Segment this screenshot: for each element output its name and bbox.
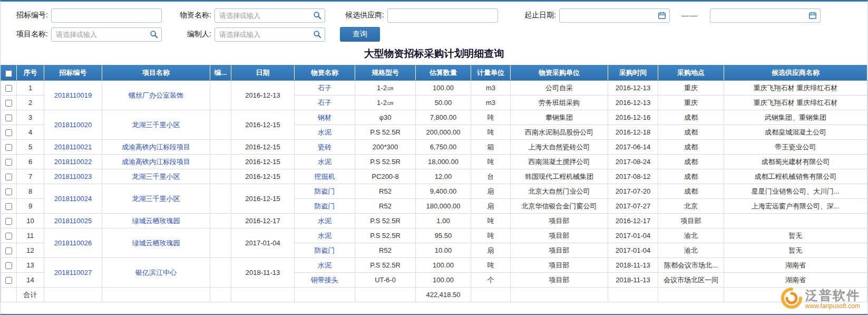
select-all-checkbox[interactable] <box>5 70 12 77</box>
purchase-time-cell: 2017-07-27 <box>608 199 658 214</box>
compiler-cell <box>210 228 231 258</box>
compiler-label: 编制人: <box>178 30 211 39</box>
table-row: 72018110023龙湖三千里小区2016-12-15挖掘机PC200-812… <box>1 169 867 184</box>
material-link[interactable]: 水泥 <box>318 158 331 166</box>
row-checkbox[interactable] <box>5 262 12 269</box>
bid-link[interactable]: 2018110022 <box>54 158 92 166</box>
bid-no-input[interactable] <box>51 8 162 23</box>
row-checkbox[interactable] <box>5 114 12 121</box>
material-link[interactable]: 防盗门 <box>315 187 335 195</box>
bid-link[interactable]: 2018110021 <box>54 143 92 151</box>
supplier-cell: 成都工程机械销售有限公司 <box>724 169 867 184</box>
calendar-icon[interactable] <box>657 10 667 21</box>
material-link[interactable]: 水泥 <box>318 128 331 136</box>
material-link[interactable]: 石子 <box>318 99 331 107</box>
qty-cell: 18,000.00 <box>416 155 471 169</box>
bid-cell: 2018110026 <box>44 228 102 258</box>
bid-link[interactable]: 2018110025 <box>54 217 92 225</box>
project-link[interactable]: 龙湖三千里小区 <box>132 121 180 129</box>
project-name-input[interactable] <box>51 27 162 42</box>
compiler-input[interactable] <box>214 27 325 42</box>
supplier-cell <box>724 214 867 228</box>
row-checkbox[interactable] <box>5 129 12 136</box>
bid-link[interactable]: 2018110027 <box>54 269 92 276</box>
bid-link[interactable]: 2018110020 <box>54 121 92 129</box>
table-row: 102018110025绿城云栖玫瑰园2016-12-17水泥P.S 52.5R… <box>1 214 867 228</box>
project-link[interactable]: 螺丝厂办公室装饰 <box>129 91 183 99</box>
material-link[interactable]: 水泥 <box>318 217 331 225</box>
row-checkbox[interactable] <box>5 277 12 284</box>
project-link[interactable]: 龙湖三千里小区 <box>132 195 180 203</box>
project-link[interactable]: 龙湖三千里小区 <box>132 173 180 180</box>
row-checkbox[interactable] <box>5 174 12 180</box>
material-link[interactable]: 钢材 <box>318 113 331 121</box>
material-link[interactable]: 防盗门 <box>315 246 335 254</box>
unit-cell: 扇 <box>471 184 511 199</box>
project-link[interactable]: 绿城云栖玫瑰园 <box>132 217 180 225</box>
bid-link[interactable]: 2018110019 <box>54 91 92 99</box>
material-name-field: 物资名称: <box>178 8 325 23</box>
date-start-input[interactable] <box>559 8 670 23</box>
unit-cell: 吨 <box>471 110 511 125</box>
page-title: 大型物资招标采购计划明细查询 <box>1 47 867 61</box>
material-link[interactable]: 石子 <box>318 84 331 92</box>
row-checkbox[interactable] <box>5 100 12 107</box>
purchase-time-cell: 2016-12-16 <box>608 110 658 125</box>
search-icon[interactable] <box>312 29 323 40</box>
material-cell: 水泥 <box>295 228 355 243</box>
row-select-cell <box>1 273 17 288</box>
column-header: 招标编号 <box>44 65 102 81</box>
project-link[interactable]: 银亿滨江中心 <box>135 269 177 276</box>
material-link[interactable]: 铜带接头 <box>311 276 338 284</box>
bid-cell: 2018110019 <box>44 81 102 110</box>
project-link[interactable]: 绿城云栖玫瑰园 <box>132 239 180 247</box>
project-link[interactable]: 成渝高铁内江标段项目 <box>122 143 190 151</box>
spec-cell: P.S 52.5R <box>355 228 416 243</box>
row-checkbox[interactable] <box>5 159 12 166</box>
location-cell: 渝北 <box>658 228 724 243</box>
seq-cell: 8 <box>17 184 44 199</box>
purchase-unit-cell: 项目部 <box>511 243 608 258</box>
material-link[interactable]: 防盗门 <box>315 202 335 210</box>
material-link[interactable]: 挖掘机 <box>315 173 335 180</box>
query-button[interactable]: 查询 <box>340 27 380 42</box>
seq-cell: 14 <box>17 273 44 288</box>
purchase-unit-cell: 西南混凝土搅拌公司 <box>511 155 608 169</box>
column-header: 计量单位 <box>471 65 511 81</box>
date-end-input[interactable] <box>710 8 821 23</box>
material-link[interactable]: 瓷砖 <box>318 143 331 151</box>
material-link[interactable]: 水泥 <box>318 261 331 269</box>
total-date-cell <box>231 288 295 302</box>
purchase-time-cell: 2017-01-04 <box>608 228 658 243</box>
search-icon[interactable] <box>149 29 159 40</box>
row-checkbox[interactable] <box>5 218 12 225</box>
row-checkbox[interactable] <box>5 85 12 92</box>
table-row: 62018110022成渝高铁内江标段项目2016-12-15水泥P.S 52.… <box>1 155 867 169</box>
row-checkbox[interactable] <box>5 233 12 240</box>
unit-cell: 台 <box>471 169 511 184</box>
calendar-icon[interactable] <box>807 10 818 21</box>
spec-cell: 1-2㎝ <box>355 96 416 110</box>
search-icon[interactable] <box>312 10 323 21</box>
project-cell: 龙湖三千里小区 <box>102 169 210 184</box>
candidate-supplier-input[interactable] <box>387 8 498 23</box>
location-cell: 项目部 <box>658 214 724 228</box>
brand-url: www.fanpusoft.com <box>805 303 860 310</box>
bid-link[interactable]: 2018110026 <box>54 239 92 247</box>
row-checkbox[interactable] <box>5 203 12 210</box>
total-label-cell: 合计 <box>17 288 44 302</box>
project-link[interactable]: 成渝高铁内江标段项目 <box>122 158 190 166</box>
total-supplier-cell <box>724 288 867 302</box>
bid-link[interactable]: 2018110024 <box>54 195 92 203</box>
row-checkbox[interactable] <box>5 188 12 195</box>
material-name-input[interactable] <box>214 8 325 23</box>
bid-link[interactable]: 2018110023 <box>54 173 92 180</box>
unit-cell: 扇 <box>471 199 511 214</box>
bid-cell: 2018110021 <box>44 140 102 155</box>
row-checkbox[interactable] <box>5 144 12 151</box>
row-checkbox[interactable] <box>5 247 12 254</box>
total-spec-cell <box>355 288 416 302</box>
spec-cell: 1-2㎝ <box>355 81 416 96</box>
material-link[interactable]: 水泥 <box>318 232 331 240</box>
date-cell: 2018-11-13 <box>231 258 295 288</box>
